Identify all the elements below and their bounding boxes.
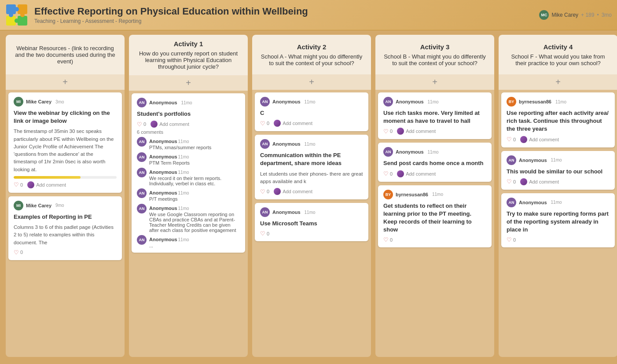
card-actions: ♡0Add comment	[383, 128, 486, 135]
list-item: ANAnonymous11moP/T meetings	[137, 188, 240, 202]
like-button[interactable]: ♡0	[507, 236, 516, 243]
heart-icon: ♡	[260, 188, 265, 195]
card-title: C	[260, 109, 363, 117]
add-card-button-1[interactable]: +	[129, 75, 248, 91]
comment-time: 11mo	[178, 139, 189, 144]
author-name: Anonymous	[396, 149, 424, 154]
add-comment-button[interactable]: Add comment	[397, 128, 436, 135]
add-comment-button[interactable]: Add comment	[274, 188, 312, 195]
avatar: AN	[260, 97, 270, 107]
table-row: MIMike Carey9moExamples of Reporting in …	[8, 196, 122, 260]
add-comment-button[interactable]: Add comment	[274, 120, 312, 127]
comment-icon	[274, 188, 281, 195]
card-title: Student's portfolios	[137, 110, 240, 118]
author-time: 11mo	[305, 142, 316, 147]
comment-icon	[520, 136, 527, 143]
column-title-4: School F - What would you take from thei…	[505, 53, 611, 66]
author-name: byrnesusan86	[519, 99, 551, 104]
comment-icon	[151, 121, 158, 128]
author-name: Anonymous	[272, 141, 301, 147]
author-time: 11mo	[428, 99, 439, 104]
comment-text: ...	[149, 243, 189, 248]
comment-icon	[274, 120, 281, 127]
comment-icon	[397, 128, 404, 135]
avatar: AN	[383, 147, 393, 157]
svg-point-4	[15, 7, 19, 11]
author-time: 3mo	[55, 99, 64, 104]
user-avatar: MC	[539, 10, 549, 20]
list-item: ANAnonymous11moWe use Google Classroom r…	[137, 204, 240, 233]
like-button[interactable]: ♡0	[383, 236, 393, 243]
card-actions: ♡0	[507, 236, 610, 243]
avatar: BY	[507, 97, 516, 107]
like-button[interactable]: ♡0	[14, 181, 23, 188]
avatar: AN	[137, 235, 147, 245]
card-title: Get students to reflect on their learnin…	[383, 202, 486, 234]
user-name: Mike Carey	[551, 12, 578, 18]
heart-icon: ♡	[260, 120, 265, 127]
card-actions: ♡0Add comment	[14, 181, 117, 188]
author-time: 9mo	[55, 203, 64, 208]
avatar: AN	[260, 207, 270, 217]
like-button[interactable]: ♡0	[137, 121, 146, 128]
add-comment-button[interactable]: Add comment	[520, 178, 559, 185]
activity-label-1: Activity 1	[135, 40, 242, 48]
like-button[interactable]: ♡0	[507, 178, 516, 185]
like-button[interactable]: ♡0	[383, 128, 393, 135]
avatar: AN	[137, 204, 147, 213]
like-count: 0	[267, 189, 269, 194]
comment-text: PTMs, xmas/summer reports	[149, 145, 211, 150]
add-comment-button[interactable]: Add comment	[27, 181, 66, 188]
like-button[interactable]: ♡0	[383, 170, 393, 177]
like-button[interactable]: ♡0	[260, 230, 269, 237]
card-title: Use reporting after each activity area/ …	[507, 109, 610, 133]
add-comment-label: Add comment	[529, 179, 559, 184]
list-item: ANAnonymous11moWe record it on their ter…	[137, 168, 240, 186]
avatar: MI	[14, 201, 23, 210]
add-comment-button[interactable]: Add comment	[151, 121, 189, 128]
column-3: Activity 3School B - What might you do d…	[375, 35, 494, 357]
table-row: ANAnonymous11moUse rich tasks more. Very…	[378, 92, 492, 139]
author-name: Anonymous	[149, 100, 177, 105]
card-title: Use Microsoft Teams	[260, 220, 363, 228]
comment-author: Anonymous	[149, 237, 177, 242]
like-button[interactable]: ♡0	[260, 120, 269, 127]
add-card-button-4[interactable]: +	[499, 74, 617, 90]
card-body: Columns 3 to 6 of this padlet page (Acti…	[14, 224, 117, 246]
author-time: 11mo	[305, 210, 316, 215]
like-count: 0	[513, 237, 516, 243]
author-time: 11mo	[428, 150, 439, 154]
author-time: 11mo	[551, 200, 562, 205]
author-name: Anonymous	[519, 200, 547, 205]
list-item: ANAnonymous11moPTM Term Reports	[137, 152, 240, 165]
progress-bar-container	[14, 176, 117, 179]
column-title-2: School A - What might you do differently…	[258, 53, 365, 66]
add-comment-label: Add comment	[36, 182, 66, 188]
author-time: 11mo	[305, 99, 316, 104]
header-user: MC Mike Carey + 189 • 3mo	[539, 10, 612, 20]
column-0: Webinar Resources - (link to recording a…	[6, 35, 125, 357]
comment-icon	[520, 178, 527, 185]
comment-content: Anonymous11moWe use Google Classroom rep…	[149, 204, 240, 233]
comment-icon	[27, 181, 34, 188]
add-card-button-3[interactable]: +	[375, 74, 494, 90]
like-button[interactable]: ♡0	[14, 249, 23, 256]
table-row: ANAnonymous11moSend post cards home once…	[378, 143, 492, 181]
card-author-row: ANAnonymous11mo	[260, 139, 363, 149]
like-count: 0	[390, 129, 393, 134]
add-comment-button[interactable]: Add comment	[520, 136, 559, 143]
column-4: Activity 4School F - What would you take…	[499, 35, 617, 357]
comment-content: Anonymous11moP/T meetings	[149, 188, 189, 202]
add-comment-button[interactable]: Add comment	[397, 170, 436, 177]
like-button[interactable]: ♡0	[260, 188, 269, 195]
avatar: AN	[137, 168, 147, 177]
comment-text: PTM Term Reports	[149, 160, 190, 165]
like-button[interactable]: ♡0	[507, 136, 516, 143]
card-title: View the webinar by clicking on the link…	[14, 109, 117, 125]
card-actions: ♡0	[383, 236, 486, 243]
like-count: 0	[20, 182, 23, 188]
like-count: 0	[267, 121, 269, 126]
add-card-button-0[interactable]: +	[6, 74, 125, 90]
add-card-button-2[interactable]: +	[252, 74, 371, 90]
comment-content: Anonymous11mo...	[149, 235, 189, 248]
